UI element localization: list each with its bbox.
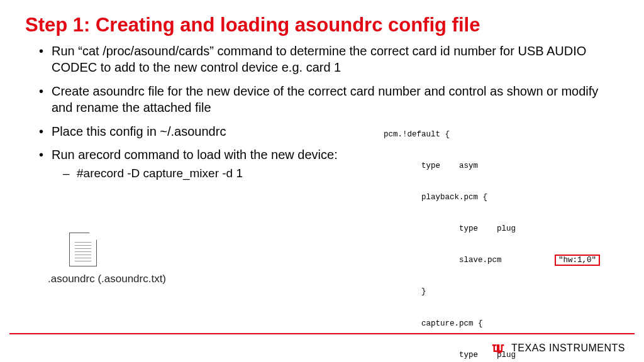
- code-line: type plug: [384, 224, 516, 233]
- file-label: .asoundrc (.asoundrc.txt): [48, 273, 166, 285]
- code-line: }: [384, 287, 426, 296]
- slide-title: Step 1: Creating and loading asoundrc co…: [0, 0, 644, 43]
- code-snippet: pcm.!default { type asym playback.pcm { …: [384, 108, 628, 362]
- file-attachment[interactable]: .asoundrc (.asoundrc.txt): [63, 233, 166, 285]
- bullet-4-text: Run arecord command to load with the new…: [52, 148, 338, 162]
- divider: [9, 333, 635, 334]
- code-line: capture.pcm {: [384, 319, 483, 328]
- slide: Step 1: Creating and loading asoundrc co…: [0, 0, 644, 362]
- footer: TEXAS INSTRUMENTS: [491, 342, 625, 354]
- bullet-1: Run “cat /proc/asound/cards” command to …: [39, 43, 619, 76]
- ti-logo-icon: [491, 342, 506, 354]
- code-line: type asym: [384, 162, 478, 170]
- bullet-4: Run arecord command to load with the new…: [39, 146, 379, 181]
- code-line: playback.pcm {: [384, 193, 487, 202]
- highlight-hw1: "hw:1,0": [555, 255, 600, 266]
- brand-text: TEXAS INSTRUMENTS: [511, 343, 625, 354]
- code-line: slave.pcm: [384, 256, 502, 265]
- file-icon: [69, 233, 97, 266]
- bullet-4a: #arecord -D capture_mixer -d 1: [52, 165, 379, 181]
- code-line: pcm.!default {: [384, 130, 450, 139]
